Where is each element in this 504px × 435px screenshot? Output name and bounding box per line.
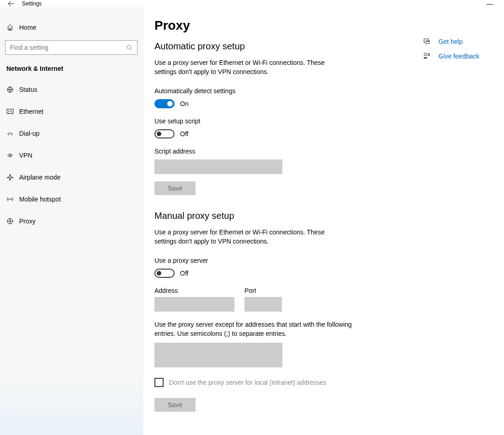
svg-point-4 bbox=[11, 134, 12, 135]
dialup-icon bbox=[6, 130, 19, 137]
script-address-label: Script address bbox=[154, 148, 410, 155]
auto-section-desc: Use a proxy server for Ethernet or Wi-Fi… bbox=[154, 58, 346, 76]
detect-label: Automatically detect settings bbox=[154, 87, 410, 95]
minimize-button[interactable]: — bbox=[479, 0, 500, 7]
sidebar-item-label: Status bbox=[19, 86, 37, 93]
vpn-icon bbox=[6, 152, 19, 159]
globe-icon bbox=[6, 86, 19, 93]
sidebar-item-label: VPN bbox=[19, 152, 32, 159]
svg-point-3 bbox=[8, 134, 9, 135]
ethernet-icon bbox=[6, 108, 19, 115]
manual-section-heading: Manual proxy setup bbox=[154, 211, 410, 221]
home-nav[interactable]: Home bbox=[0, 18, 143, 37]
proxy-icon bbox=[6, 218, 19, 225]
setup-script-toggle[interactable] bbox=[154, 129, 175, 138]
proxy-except-input[interactable] bbox=[154, 343, 282, 367]
proxy-address-label: Address bbox=[154, 287, 234, 294]
sidebar-item-status[interactable]: Status bbox=[0, 79, 143, 101]
detect-toggle-state: On bbox=[180, 100, 189, 107]
proxy-except-label: Use the proxy server except for addresse… bbox=[154, 320, 355, 338]
svg-point-6 bbox=[10, 199, 11, 200]
titlebar: Settings — bbox=[0, 0, 504, 7]
search-box[interactable] bbox=[5, 40, 138, 55]
sidebar: Home Network & Internet Status Ethernet bbox=[0, 7, 143, 435]
sidebar-item-label: Mobile hotspot bbox=[19, 196, 61, 203]
setup-script-toggle-state: Off bbox=[180, 130, 188, 138]
feedback-label: Give feedback bbox=[439, 53, 480, 60]
proxy-port-input[interactable] bbox=[244, 297, 282, 312]
manual-section-desc: Use a proxy server for Ethernet or Wi-Fi… bbox=[154, 228, 346, 246]
svg-point-0 bbox=[127, 45, 131, 49]
back-button[interactable] bbox=[4, 0, 18, 7]
sidebar-item-dialup[interactable]: Dial-up bbox=[0, 122, 143, 144]
home-icon bbox=[6, 24, 19, 31]
svg-point-5 bbox=[10, 155, 11, 156]
sidebar-item-ethernet[interactable]: Ethernet bbox=[0, 101, 143, 122]
page-title: Proxy bbox=[154, 18, 410, 33]
sidebar-item-label: Ethernet bbox=[19, 108, 43, 115]
script-address-input[interactable] bbox=[154, 159, 282, 174]
search-input[interactable] bbox=[10, 44, 126, 51]
window-title: Settings bbox=[22, 0, 42, 7]
bypass-local-checkbox[interactable] bbox=[154, 378, 164, 387]
svg-point-8 bbox=[424, 53, 427, 56]
get-help-link[interactable]: Get help bbox=[422, 37, 480, 46]
sidebar-item-vpn[interactable]: VPN bbox=[0, 144, 143, 166]
proxy-port-label: Port bbox=[244, 287, 282, 294]
sidebar-section-label: Network & Internet bbox=[0, 58, 143, 79]
setup-script-label: Use setup script bbox=[154, 117, 410, 125]
sidebar-item-label: Dial-up bbox=[19, 130, 39, 137]
sidebar-item-airplane[interactable]: Airplane mode bbox=[0, 166, 143, 188]
sidebar-item-hotspot[interactable]: Mobile hotspot bbox=[0, 188, 143, 210]
use-proxy-toggle[interactable] bbox=[154, 269, 175, 278]
use-proxy-toggle-state: Off bbox=[180, 270, 188, 277]
hotspot-icon bbox=[6, 196, 19, 203]
use-proxy-label: Use a proxy server bbox=[154, 257, 410, 264]
get-help-label: Get help bbox=[439, 38, 463, 45]
back-arrow-icon bbox=[7, 0, 15, 7]
home-label: Home bbox=[19, 24, 36, 31]
feedback-link[interactable]: Give feedback bbox=[422, 52, 480, 60]
manual-save-button[interactable]: Save bbox=[154, 398, 196, 412]
sidebar-item-proxy[interactable]: Proxy bbox=[0, 210, 143, 232]
auto-section-heading: Automatic proxy setup bbox=[154, 41, 410, 52]
search-icon bbox=[126, 44, 133, 51]
auto-save-button[interactable]: Save bbox=[154, 181, 196, 195]
detect-toggle[interactable] bbox=[154, 99, 175, 108]
proxy-address-input[interactable] bbox=[154, 297, 234, 312]
feedback-icon bbox=[422, 52, 431, 60]
airplane-icon bbox=[6, 174, 19, 181]
sidebar-item-label: Proxy bbox=[19, 218, 36, 225]
sidebar-item-label: Airplane mode bbox=[19, 174, 60, 181]
bypass-local-label: Don't use the proxy server for local (in… bbox=[169, 379, 326, 386]
chat-icon bbox=[422, 37, 431, 46]
